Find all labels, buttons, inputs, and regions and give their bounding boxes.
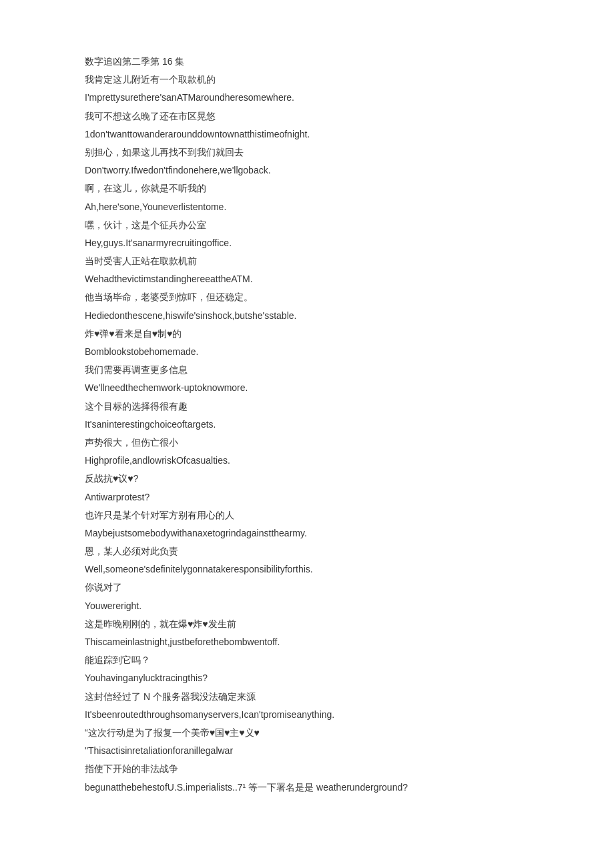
content-line-14: Hediedonthescene,hiswife'sinshock,butshe… — [85, 308, 529, 324]
content-line-37: “这次行动是为了报复一个美帝♥国♥主♥义♥ — [85, 725, 529, 741]
content-line-39: 指使下开始的非法战争 — [85, 761, 529, 777]
content-line-21: 声势很大，但伤亡很小 — [85, 434, 529, 451]
content-line-31: 这是昨晚刚刚的，就在爆♥炸♥发生前 — [85, 616, 529, 632]
content-line-25: 也许只是某个针对军方别有用心的人 — [85, 507, 529, 524]
content-line-33: 能追踪到它吗？ — [85, 652, 529, 669]
content-line-23: 反战抗♥议♥? — [85, 470, 529, 487]
content-line-8: Ah,here'sone,Youneverlistentome. — [85, 199, 529, 215]
content-line-11: 当时受害人正站在取款机前 — [85, 253, 529, 270]
content-line-16: Bomblookstobehomemade. — [85, 344, 529, 360]
content-line-32: Thiscameinlastnight,justbeforethebombwen… — [85, 634, 529, 650]
content-line-15: 炸♥弹♥看来是自♥制♥的 — [85, 326, 529, 342]
content-line-17: 我们需要再调查更多信息 — [85, 362, 529, 378]
content-line-29: 你说对了 — [85, 579, 529, 596]
content-line-22: Highprofile,andlowriskOfcasualties. — [85, 452, 529, 469]
content-line-27: 恩，某人必须对此负责 — [85, 543, 529, 560]
content-line-5: 别担心，如果这儿再找不到我们就回去 — [85, 144, 529, 161]
main-content: 数字追凶第二季第 16 集我肯定这儿附近有一个取款机的I'mprettysure… — [85, 53, 529, 796]
content-line-13: 他当场毕命，老婆受到惊吓，但还稳定。 — [85, 289, 529, 306]
content-line-3: 我可不想这么晚了还在市区晃悠 — [85, 108, 529, 125]
content-line-30: Youwereright. — [85, 598, 529, 614]
content-line-18: We'llneedthechemwork-uptoknowmore. — [85, 380, 529, 396]
content-line-38: "Thisactisinretaliationforanillegalwar — [85, 743, 529, 759]
content-line-19: 这个目标的选择得很有趣 — [85, 398, 529, 415]
content-line-26: Maybejustsomebodywithanaxetogrindagainst… — [85, 525, 529, 542]
content-line-7: 啊，在这儿，你就是不听我的 — [85, 180, 529, 197]
content-line-20: It'saninterestingchoiceoftargets. — [85, 416, 529, 433]
content-line-4: 1don'twanttowanderarounddowntownatthisti… — [85, 126, 529, 143]
content-line-2: I'mprettysurethere'sanATMaroundheresomew… — [85, 89, 529, 106]
content-line-0: 数字追凶第二季第 16 集 — [85, 53, 529, 70]
content-line-34: Youhavinganylucktracingthis? — [85, 670, 529, 687]
content-line-36: It'sbeenroutedthroughsomanyservers,Ican'… — [85, 707, 529, 723]
content-line-12: WehadthevictimstandinghereeattheATM. — [85, 271, 529, 288]
content-line-28: Well,someone'sdefinitelygonnatakerespons… — [85, 561, 529, 578]
content-line-10: Hey,guys.It'sanarmyrecruitingoffice. — [85, 235, 529, 252]
content-line-9: 嘿，伙计，这是个征兵办公室 — [85, 217, 529, 234]
content-line-24: Antiwarprotest? — [85, 489, 529, 506]
content-line-40: begunatthebehestofU.S.imperialists..7¹ 等… — [85, 779, 529, 796]
content-line-6: Don'tworry.Ifwedon'tfindonehere,we'llgob… — [85, 162, 529, 179]
content-line-1: 我肯定这儿附近有一个取款机的 — [85, 71, 529, 88]
content-line-35: 这封信经过了 N 个服务器我没法确定来源 — [85, 689, 529, 705]
